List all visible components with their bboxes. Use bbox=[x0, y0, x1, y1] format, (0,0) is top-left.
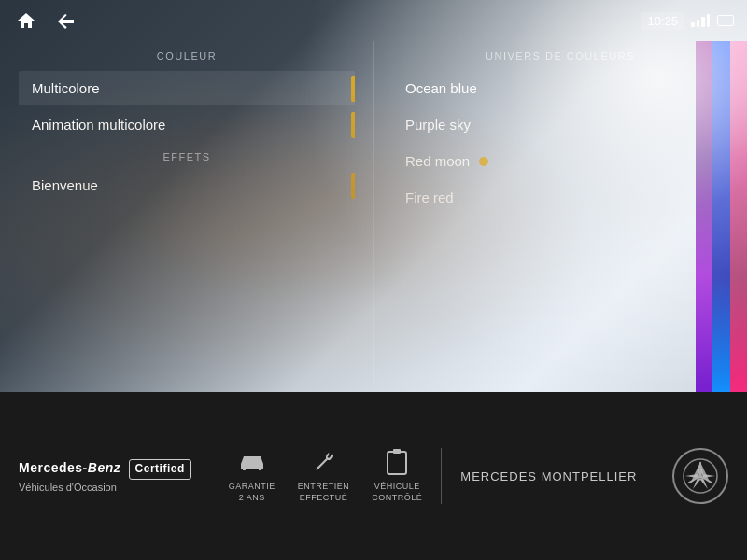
entretien-icon-item: ENTRETIENEFFECTUÉ bbox=[298, 448, 350, 503]
ui-overlay: 10:25 COULEUR Multicolore Animation mult… bbox=[0, 0, 747, 392]
bienvenue-label: Bienvenue bbox=[32, 177, 98, 193]
infotainment-screen: 10:25 COULEUR Multicolore Animation mult… bbox=[0, 0, 747, 392]
car-icon bbox=[235, 448, 269, 476]
blue-bar bbox=[712, 41, 729, 392]
couleur-section-label: COULEUR bbox=[19, 50, 355, 62]
color-preview-bars bbox=[696, 41, 747, 392]
left-panel: COULEUR Multicolore Animation multicolor… bbox=[0, 41, 374, 214]
vehicles-occasion-label: Véhicules d'Occasion bbox=[19, 482, 191, 493]
home-button[interactable] bbox=[13, 7, 39, 34]
pink-bar bbox=[730, 41, 747, 392]
red-moon-indicator bbox=[479, 157, 488, 166]
garantie-icon-item: GARANTIE2 ANS bbox=[229, 448, 275, 503]
purple-sky-item[interactable]: Purple sky bbox=[392, 107, 728, 142]
mercedes-text-block: Mercedes-Benz Certified Véhicules d'Occa… bbox=[19, 459, 191, 493]
certified-label: Certified bbox=[135, 462, 185, 477]
animation-multicolore-label: Animation multicolore bbox=[32, 117, 165, 133]
clock-display: 10:25 bbox=[641, 12, 684, 30]
signal-icon bbox=[691, 14, 710, 27]
animation-multicolore-item[interactable]: Animation multicolore bbox=[19, 107, 355, 142]
fire-red-item[interactable]: Fire red bbox=[392, 180, 728, 215]
star-circle bbox=[672, 448, 728, 504]
ocean-blue-label: Ocean blue bbox=[405, 80, 477, 96]
vertical-divider bbox=[441, 448, 442, 504]
svg-rect-0 bbox=[388, 452, 406, 474]
entretien-label: ENTRETIENEFFECTUÉ bbox=[298, 482, 350, 503]
multicolore-label: Multicolore bbox=[32, 80, 100, 96]
red-moon-item[interactable]: Red moon bbox=[392, 144, 728, 178]
univers-couleurs-label: UNIVERS DE COULEURS bbox=[392, 50, 728, 62]
purple-sky-label: Purple sky bbox=[405, 117, 471, 133]
animation-accent bbox=[351, 112, 355, 138]
vehicule-label: VÉHICULECONTRÔLÉ bbox=[372, 482, 422, 503]
vehicule-icon-item: VÉHICULECONTRÔLÉ bbox=[372, 448, 422, 503]
bienvenue-item[interactable]: Bienvenue bbox=[19, 168, 355, 203]
effets-section-label: EFFETS bbox=[19, 151, 355, 162]
purple-bar bbox=[696, 41, 712, 392]
bienvenue-accent bbox=[351, 173, 355, 199]
certified-badge: Certified bbox=[129, 459, 191, 480]
mercedes-branding: Mercedes-Benz Certified Véhicules d'Occa… bbox=[19, 459, 191, 493]
right-panel: UNIVERS DE COULEURS Ocean blue Purple sk… bbox=[374, 41, 747, 226]
top-bar: 10:25 bbox=[0, 0, 747, 41]
mercedes-star bbox=[672, 448, 728, 504]
fire-red-label: Fire red bbox=[405, 189, 454, 205]
clipboard-icon bbox=[380, 448, 414, 476]
top-bar-right: 10:25 bbox=[641, 12, 734, 30]
multicolore-item[interactable]: Multicolore bbox=[19, 71, 355, 105]
svg-rect-1 bbox=[393, 449, 401, 454]
top-bar-left bbox=[13, 7, 78, 34]
minimize-button[interactable] bbox=[717, 15, 734, 26]
dealer-name: MERCEDES MONTPELLIER bbox=[460, 469, 637, 483]
mercedes-benz-name: Mercedes-Benz Certified bbox=[19, 459, 191, 480]
garantie-label: GARANTIE2 ANS bbox=[229, 482, 275, 503]
ocean-blue-item[interactable]: Ocean blue bbox=[392, 71, 728, 105]
service-icons: GARANTIE2 ANS ENTRETIENEFFECTUÉ bbox=[229, 448, 423, 503]
dealer-bar: Mercedes-Benz Certified Véhicules d'Occa… bbox=[0, 392, 747, 560]
multicolore-accent bbox=[351, 76, 355, 102]
red-moon-label: Red moon bbox=[405, 153, 470, 169]
wrench-icon bbox=[307, 448, 341, 476]
back-button[interactable] bbox=[52, 7, 78, 34]
